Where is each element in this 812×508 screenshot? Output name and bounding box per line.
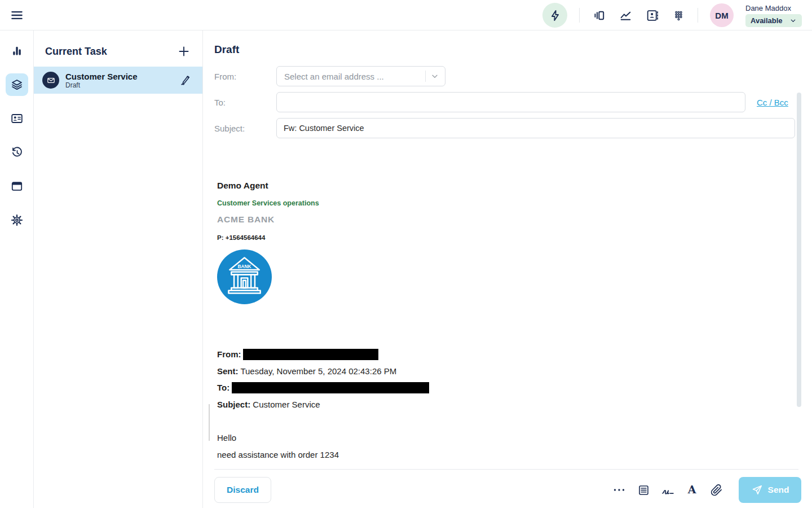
subject-label: Subject:	[214, 124, 276, 133]
envelope-icon	[46, 76, 56, 85]
svg-text:BANK: BANK	[238, 264, 251, 269]
gear-icon	[10, 213, 24, 227]
quoted-sent-label: Sent:	[217, 366, 239, 376]
history-icon	[10, 146, 24, 159]
attachment-button[interactable]	[709, 483, 723, 497]
panels-icon	[592, 8, 606, 23]
quoted-subject-value: Customer Service	[253, 400, 320, 409]
to-input[interactable]	[276, 92, 745, 112]
task-name: Customer Service	[65, 72, 179, 81]
top-bar: DM Dane Maddox Available	[0, 0, 812, 30]
from-label: From:	[214, 72, 276, 81]
to-label: To:	[214, 98, 276, 107]
address-book-icon	[645, 8, 659, 23]
send-label: Send	[768, 485, 789, 495]
discard-button[interactable]: Discard	[214, 477, 271, 503]
quoted-sent-value: Tuesday, November 5, 2024 02:43:26 PM	[240, 366, 396, 376]
more-options-button[interactable]	[612, 483, 626, 497]
subject-input[interactable]	[276, 118, 795, 138]
sidebar-item-history[interactable]	[6, 141, 28, 164]
dialpad-icon	[672, 8, 686, 23]
chevron-down-icon[interactable]	[430, 72, 439, 81]
signature-department: Customer Services operations	[217, 199, 812, 207]
hamburger-menu-icon[interactable]	[9, 7, 25, 23]
draft-editor: Draft From: Select an email address ... …	[203, 30, 812, 508]
email-task-avatar	[42, 72, 59, 89]
bar-chart-icon	[10, 44, 24, 58]
signature-agent-name: Demo Agent	[217, 181, 812, 191]
from-select-placeholder: Select an email address ...	[284, 72, 425, 81]
dialpad-button[interactable]	[671, 8, 686, 23]
quoted-to-label: To:	[217, 383, 230, 392]
signature-icon	[661, 483, 675, 497]
sidebar-item-contacts[interactable]	[6, 107, 28, 130]
send-button[interactable]: Send	[739, 477, 801, 503]
bank-logo: BANK	[217, 249, 272, 304]
select-separator	[425, 71, 426, 82]
quoted-email-header: From: Sent: Tuesday, November 5, 2024 02…	[217, 346, 812, 413]
signature-button[interactable]	[660, 483, 675, 497]
metrics-button[interactable]	[618, 8, 633, 23]
topbar-divider	[698, 8, 698, 23]
svg-text:A: A	[687, 483, 696, 496]
editor-caret-line	[209, 404, 210, 441]
text-format-button[interactable]: A	[685, 483, 699, 497]
signature-phone: P: +1564564644	[217, 234, 812, 241]
panels-button[interactable]	[592, 8, 606, 23]
quoted-subject-label: Subject:	[217, 400, 250, 409]
user-name: Dane Maddox	[745, 4, 802, 12]
message-line: need assistance with order 1234	[217, 446, 812, 463]
paper-plane-icon	[751, 484, 763, 496]
font-icon: A	[685, 483, 699, 497]
signature-company: ACME BANK	[217, 214, 812, 225]
redacted-from-address	[243, 349, 378, 360]
email-message-text: Hello need assistance with order 1234	[217, 430, 812, 463]
chevron-down-icon	[789, 17, 797, 24]
task-status: Draft	[65, 81, 179, 89]
trend-chart-icon	[619, 8, 633, 23]
status-label: Available	[751, 16, 783, 25]
vertical-scrollbar[interactable]	[797, 93, 801, 407]
from-select[interactable]: Select an email address ...	[276, 66, 445, 86]
composer-footer: Discard	[214, 477, 801, 503]
contact-card-icon	[10, 112, 24, 125]
template-list-icon	[637, 484, 650, 497]
redacted-to-address	[232, 382, 429, 393]
template-button[interactable]	[636, 483, 651, 497]
page-title: Draft	[214, 43, 812, 56]
add-task-button[interactable]	[176, 44, 191, 59]
layers-icon	[10, 78, 24, 91]
status-dropdown[interactable]: Available	[745, 14, 802, 27]
ellipsis-icon	[612, 483, 626, 497]
task-panel: Current Task Customer Service Draft	[34, 30, 203, 508]
sidebar-item-metrics[interactable]	[6, 40, 28, 62]
email-body-editor[interactable]: Demo Agent Customer Services operations …	[203, 181, 812, 463]
cc-bcc-link[interactable]: Cc / Bcc	[757, 98, 788, 107]
quick-actions-button[interactable]	[542, 3, 567, 28]
user-avatar[interactable]: DM	[710, 3, 734, 27]
browser-window-icon	[10, 179, 24, 193]
sidebar-item-settings[interactable]	[6, 209, 28, 231]
message-line: Hello	[217, 430, 812, 446]
task-list-item[interactable]: Customer Service Draft	[34, 67, 202, 94]
sidebar-item-tasks[interactable]	[6, 73, 28, 96]
directory-button[interactable]	[645, 8, 659, 23]
lightning-icon	[549, 9, 562, 22]
sidebar-rail	[0, 30, 34, 508]
sidebar-item-browser[interactable]	[6, 175, 28, 198]
quoted-from-label: From:	[217, 349, 241, 359]
task-panel-title: Current Task	[45, 46, 107, 58]
topbar-divider	[579, 8, 580, 23]
compose-edit-icon[interactable]	[179, 73, 192, 87]
paperclip-icon	[710, 484, 723, 497]
footer-divider	[214, 469, 798, 470]
